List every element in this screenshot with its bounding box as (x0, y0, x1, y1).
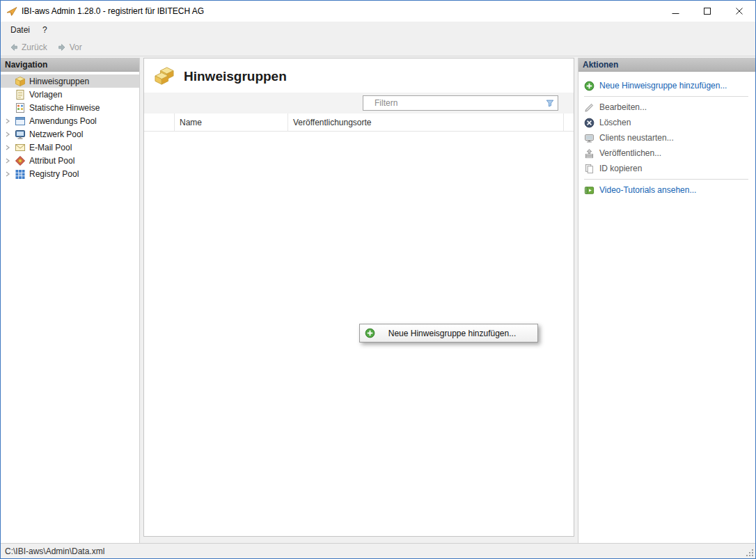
actions-header: Aktionen (578, 58, 755, 72)
expand-chevron-icon[interactable] (1, 171, 15, 177)
netzwerk-pool-icon (15, 129, 26, 140)
action-label: Veröffentlichen... (599, 148, 661, 158)
action-label: Video-Tutorials ansehen... (599, 185, 696, 195)
add-icon (365, 328, 375, 338)
action-label: Clients neustarten... (599, 133, 674, 143)
back-label: Zurück (22, 42, 47, 52)
delete-icon (584, 118, 594, 128)
main-panel: Hinweisgruppen Name Veröffentlichungsort… (143, 58, 574, 537)
nav-item-label: Anwendungs Pool (29, 116, 97, 126)
nav-item-registry-pool[interactable]: Registry Pool (1, 167, 139, 180)
nav-item-label: Netzwerk Pool (29, 129, 83, 139)
action-label: ID kopieren (599, 164, 642, 173)
table-header: Name Veröffentlichungsorte (144, 113, 574, 132)
action-label: Löschen (599, 118, 631, 127)
registry-pool-icon (15, 168, 26, 180)
hinweisgruppen-header-icon (154, 67, 175, 86)
nav-item-netzwerk-pool[interactable]: Netzwerk Pool (1, 127, 139, 141)
nav-item-attribut-pool[interactable]: Attribut Pool (1, 154, 139, 167)
video-tutorials-icon (584, 185, 594, 196)
actions-panel: Aktionen Neue Hinweisgruppe hinzufügen..… (578, 58, 755, 543)
action-video-tutorials[interactable]: Video-Tutorials ansehen... (584, 182, 755, 198)
vorlagen-icon (15, 89, 26, 100)
resize-grip[interactable] (746, 549, 754, 557)
nav-item-label: Vorlagen (29, 90, 62, 100)
attribut-pool-icon (15, 155, 26, 166)
actions-list: Neue Hinweisgruppe hinzufügen... Bearbei… (578, 72, 755, 198)
email-pool-icon (15, 142, 26, 153)
expand-chevron-icon[interactable] (1, 145, 15, 150)
close-icon (736, 8, 743, 15)
nav-item-anwendungs-pool[interactable]: Anwendungs Pool (1, 114, 139, 127)
actions-separator (584, 179, 748, 180)
nav-item-label: Statische Hinweise (29, 103, 100, 113)
app-logo-icon (6, 6, 17, 17)
main-header: Hinweisgruppen (144, 58, 574, 93)
nav-item-label: E-Mail Pool (29, 143, 72, 152)
back-button[interactable]: Zurück (4, 40, 52, 55)
action-id-kopieren[interactable]: ID kopieren (584, 161, 755, 176)
filter-band (144, 93, 574, 113)
expand-chevron-icon[interactable] (1, 132, 15, 137)
menubar: Datei ? (1, 22, 755, 38)
action-label: Bearbeiten... (599, 102, 647, 112)
navigation-header: Navigation (1, 58, 139, 72)
close-button[interactable] (723, 1, 755, 22)
forward-arrow-icon (57, 42, 67, 52)
navigation-panel: Navigation Hinweisgruppen (1, 58, 140, 543)
action-clients-neustarten[interactable]: Clients neustarten... (584, 130, 755, 145)
expand-chevron-icon[interactable] (1, 118, 15, 124)
overlay-button-label: Neue Hinweisgruppe hinzufügen... (375, 329, 537, 338)
content-area: Navigation Hinweisgruppen (1, 56, 755, 543)
maximize-button[interactable] (691, 1, 723, 22)
back-arrow-icon (9, 42, 19, 52)
nav-item-statische-hinweise[interactable]: Statische Hinweise (1, 101, 139, 114)
publish-icon (584, 148, 594, 159)
hinweisgruppen-icon (15, 76, 26, 87)
minimize-button[interactable] (659, 1, 691, 22)
action-label: Neue Hinweisgruppe hinzufügen... (599, 81, 727, 90)
minimize-icon (672, 8, 679, 15)
table-body: Neue Hinweisgruppe hinzufügen... (144, 132, 574, 536)
column-selector[interactable] (144, 113, 175, 131)
menu-datei[interactable]: Datei (4, 22, 36, 38)
restart-clients-icon (584, 133, 594, 143)
action-veroeffentlichen[interactable]: Veröffentlichen... (584, 145, 755, 161)
forward-button[interactable]: Vor (52, 40, 87, 55)
statusbar-data-path: C:\IBI-aws\Admin\Data.xml (5, 546, 104, 556)
filter-funnel-icon[interactable] (545, 98, 555, 108)
add-icon (584, 81, 594, 91)
nav-item-vorlagen[interactable]: Vorlagen (1, 88, 139, 101)
action-add-hinweisgruppe[interactable]: Neue Hinweisgruppe hinzufügen... (584, 78, 755, 93)
menu-help[interactable]: ? (36, 22, 54, 38)
statische-hinweise-icon (15, 102, 26, 113)
column-veroeffentlichungsorte[interactable]: Veröffentlichungsorte (288, 113, 564, 131)
maximize-icon (704, 8, 711, 15)
app-window: IBI-aws Admin 1.28.0 - registriert für I… (0, 0, 756, 559)
titlebar: IBI-aws Admin 1.28.0 - registriert für I… (1, 1, 755, 22)
nav-item-label: Hinweisgruppen (29, 77, 89, 86)
nav-item-label: Registry Pool (29, 169, 79, 179)
column-name[interactable]: Name (175, 113, 288, 131)
add-hinweisgruppe-overlay-button[interactable]: Neue Hinweisgruppe hinzufügen... (359, 324, 538, 343)
window-controls (659, 1, 755, 22)
action-loeschen[interactable]: Löschen (584, 115, 755, 130)
filter-field (363, 95, 558, 111)
anwendungs-pool-icon (15, 116, 26, 127)
actions-separator (584, 96, 748, 97)
forward-label: Vor (70, 42, 82, 52)
window-title: IBI-aws Admin 1.28.0 - registriert für I… (22, 6, 659, 16)
nav-item-email-pool[interactable]: E-Mail Pool (1, 141, 139, 154)
filter-input[interactable] (363, 95, 558, 111)
toolbar: Zurück Vor (1, 38, 755, 56)
nav-item-label: Attribut Pool (29, 156, 74, 166)
copy-id-icon (584, 164, 594, 174)
navigation-tree: Hinweisgruppen Vorlagen (1, 72, 139, 180)
page-title: Hinweisgruppen (184, 69, 287, 84)
edit-icon (584, 102, 594, 113)
statusbar: C:\IBI-aws\Admin\Data.xml (1, 543, 755, 558)
action-bearbeiten[interactable]: Bearbeiten... (584, 100, 755, 115)
nav-item-hinweisgruppen[interactable]: Hinweisgruppen (1, 74, 139, 88)
expand-chevron-icon[interactable] (1, 158, 15, 164)
